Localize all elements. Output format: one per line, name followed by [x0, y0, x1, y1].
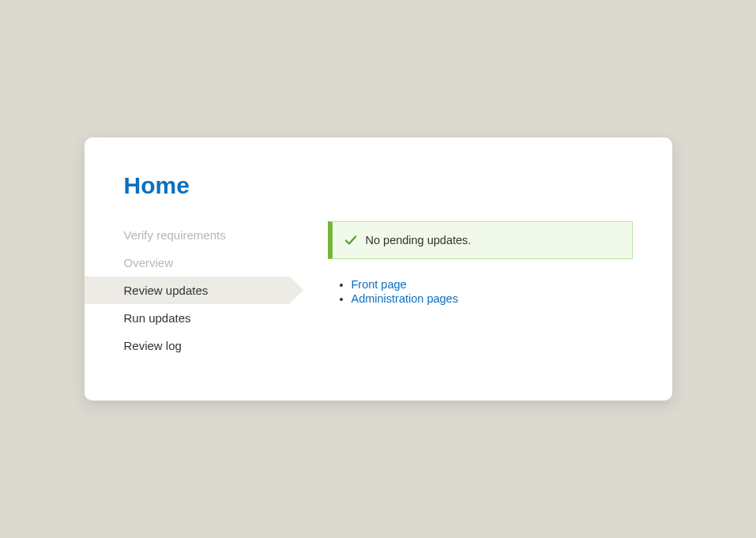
link-front-page[interactable]: Front page	[352, 278, 407, 291]
step-label: Overview	[124, 256, 174, 269]
list-item: Front page	[352, 278, 633, 291]
links-list: Front page Administration pages	[328, 278, 633, 305]
link-administration-pages[interactable]: Administration pages	[352, 292, 458, 305]
step-label: Run updates	[124, 311, 191, 325]
status-message: No pending updates.	[328, 221, 633, 259]
step-label: Review log	[124, 339, 182, 352]
step-overview: Overview	[85, 249, 290, 277]
step-run-updates[interactable]: Run updates	[85, 304, 290, 332]
content-row: Verify requirements Overview Review upda…	[124, 221, 633, 359]
step-label: Verify requirements	[124, 228, 226, 242]
check-icon	[344, 233, 358, 247]
page-title: Home	[124, 172, 633, 199]
step-label: Review updates	[124, 284, 209, 297]
progress-steps: Verify requirements Overview Review upda…	[85, 221, 290, 359]
main-content: No pending updates. Front page Administr…	[290, 221, 633, 307]
step-review-log[interactable]: Review log	[85, 332, 290, 359]
list-item: Administration pages	[352, 292, 633, 305]
status-text: No pending updates.	[366, 234, 472, 246]
step-review-updates[interactable]: Review updates	[85, 277, 290, 304]
main-card: Home Verify requirements Overview Review…	[85, 137, 672, 401]
step-verify-requirements: Verify requirements	[85, 221, 290, 249]
